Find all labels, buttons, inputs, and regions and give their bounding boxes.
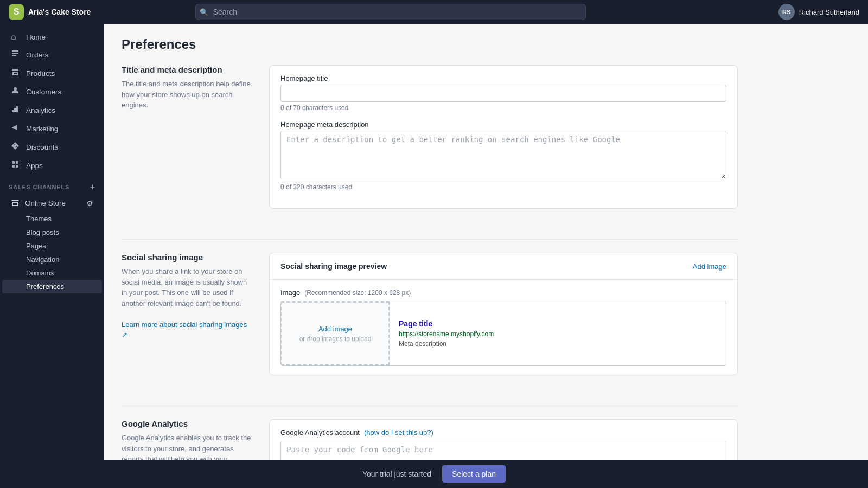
social-image-card-heading: Social sharing image preview — [280, 262, 387, 271]
title-meta-card-body: Homepage title 0 of 70 characters used H… — [270, 66, 737, 208]
drop-add-image-link[interactable]: Add image — [318, 325, 352, 333]
sales-channels-section: SALES CHANNELS + — [0, 175, 104, 194]
brand-logo: S — [9, 4, 24, 20]
apps-icon — [11, 160, 21, 171]
homepage-meta-textarea[interactable] — [280, 131, 726, 179]
sidebar-item-marketing[interactable]: Marketing — [2, 119, 102, 138]
sidebar-sub-navigation[interactable]: Navigation — [2, 253, 102, 266]
brand[interactable]: S Aria's Cake Store — [9, 4, 95, 20]
social-image-card-body: Image (Recommended size: 1200 x 628 px) … — [270, 280, 737, 375]
image-drop-zone[interactable]: Add image or drop images to upload — [281, 301, 390, 365]
social-image-section: Social sharing image When you share a li… — [122, 253, 738, 388]
sidebar-item-label: Products — [26, 69, 55, 78]
sidebar-item-label: Home — [26, 33, 46, 41]
drop-hint: or drop images to upload — [299, 335, 372, 343]
sidebar-item-apps[interactable]: Apps — [2, 156, 102, 175]
ga-setup-link[interactable]: (how do I set this up?) — [364, 428, 433, 436]
orders-icon — [11, 49, 21, 60]
svg-rect-1 — [12, 53, 18, 54]
svg-rect-2 — [12, 55, 16, 56]
sidebar: ⌂ Home Orders Products Customers — [0, 24, 104, 488]
homepage-meta-hint: 0 of 320 characters used — [280, 183, 726, 191]
bottom-banner: Your trial just started Select a plan — [0, 460, 868, 488]
discounts-icon — [11, 142, 21, 152]
trial-text: Your trial just started — [362, 470, 431, 478]
sidebar-item-label: Discounts — [26, 143, 58, 151]
homepage-meta-label: Homepage meta description — [280, 120, 726, 129]
svg-rect-5 — [14, 108, 16, 112]
sidebar-item-analytics[interactable]: Analytics — [2, 101, 102, 119]
title-meta-heading: Title and meta description — [122, 65, 252, 74]
external-link-icon: ↗ — [122, 331, 127, 339]
title-meta-right: Homepage title 0 of 70 characters used H… — [269, 65, 738, 222]
social-image-card: Social sharing image preview Add image I… — [269, 253, 738, 375]
preview-url: https://storename.myshopify.com — [399, 330, 717, 338]
image-label: Image — [280, 288, 300, 297]
sidebar-item-label: Analytics — [26, 106, 55, 114]
homepage-title-label: Homepage title — [280, 74, 726, 82]
products-icon — [11, 68, 21, 79]
divider-2 — [122, 406, 738, 406]
add-image-header-button[interactable]: Add image — [693, 262, 726, 271]
search-bar-wrapper: 🔍 — [195, 4, 586, 20]
customers-icon — [11, 86, 21, 97]
search-icon: 🔍 — [200, 8, 208, 16]
ga-account-row: Google Analytics account (how do I set t… — [280, 428, 726, 436]
image-size-hint: (Recommended size: 1200 x 628 px) — [304, 289, 411, 297]
svg-rect-0 — [12, 50, 18, 52]
brand-name: Aria's Cake Store — [28, 8, 91, 16]
image-label-row: Image (Recommended size: 1200 x 628 px) — [280, 288, 726, 297]
svg-rect-7 — [12, 161, 15, 164]
social-image-right: Social sharing image preview Add image I… — [269, 253, 738, 388]
page-title: Preferences — [122, 37, 738, 52]
sidebar-sub-preferences[interactable]: Preferences — [2, 280, 102, 293]
select-plan-button[interactable]: Select a plan — [442, 465, 506, 483]
svg-rect-9 — [12, 165, 15, 168]
sidebar-item-label: Apps — [26, 162, 43, 170]
svg-rect-6 — [16, 106, 18, 112]
online-store-settings-icon[interactable]: ⚙ — [86, 199, 93, 208]
social-image-learn-more-link[interactable]: Learn more about social sharing images ↗ — [122, 320, 247, 339]
sidebar-item-customers[interactable]: Customers — [2, 82, 102, 101]
online-store-label: Online Store — [25, 199, 66, 207]
sidebar-nav: ⌂ Home Orders Products Customers — [0, 28, 104, 175]
title-meta-left: Title and meta description The title and… — [122, 65, 252, 222]
online-store-icon — [11, 198, 20, 208]
image-preview-meta: Page title https://storename.myshopify.c… — [390, 301, 726, 365]
search-input[interactable] — [195, 4, 586, 20]
add-sales-channel-button[interactable]: + — [90, 182, 95, 192]
sidebar-item-home[interactable]: ⌂ Home — [2, 28, 102, 46]
homepage-title-hint: 0 of 70 characters used — [280, 104, 726, 112]
divider-1 — [122, 239, 738, 240]
user-name: Richard Sutherland — [799, 8, 859, 16]
sidebar-item-label: Customers — [26, 88, 61, 96]
preview-meta-desc: Meta description — [399, 340, 717, 348]
sidebar-item-discounts[interactable]: Discounts — [2, 138, 102, 156]
svg-rect-4 — [12, 110, 14, 112]
title-meta-section: Title and meta description The title and… — [122, 65, 738, 222]
ga-heading: Google Analytics — [122, 419, 252, 428]
main-content: Preferences Title and meta description T… — [104, 24, 755, 488]
sidebar-sub-pages[interactable]: Pages — [2, 239, 102, 253]
homepage-meta-field: Homepage meta description 0 of 320 chara… — [280, 120, 726, 191]
sidebar-sub-domains[interactable]: Domains — [2, 266, 102, 280]
title-meta-card: Homepage title 0 of 70 characters used H… — [269, 65, 738, 209]
social-image-left: Social sharing image When you share a li… — [122, 253, 252, 388]
sidebar-sub-themes[interactable]: Themes — [2, 212, 102, 226]
homepage-title-input[interactable] — [280, 85, 726, 102]
user-menu[interactable]: RS Richard Sutherland — [778, 4, 859, 20]
sidebar-item-orders[interactable]: Orders — [2, 46, 102, 64]
marketing-icon — [11, 123, 21, 134]
sidebar-item-label: Marketing — [26, 125, 58, 133]
svg-rect-8 — [16, 161, 18, 164]
sidebar-item-products[interactable]: Products — [2, 64, 102, 82]
social-image-heading: Social sharing image — [122, 253, 252, 262]
ga-account-label: Google Analytics account — [280, 428, 360, 436]
sidebar-item-label: Orders — [26, 51, 48, 59]
top-nav: S Aria's Cake Store 🔍 RS Richard Sutherl… — [0, 0, 868, 24]
analytics-icon — [11, 105, 21, 115]
online-store-item[interactable]: Online Store ⚙ — [2, 194, 102, 212]
svg-rect-10 — [16, 165, 18, 168]
sidebar-sub-blog-posts[interactable]: Blog posts — [2, 226, 102, 239]
social-image-card-header: Social sharing image preview Add image — [270, 253, 737, 280]
